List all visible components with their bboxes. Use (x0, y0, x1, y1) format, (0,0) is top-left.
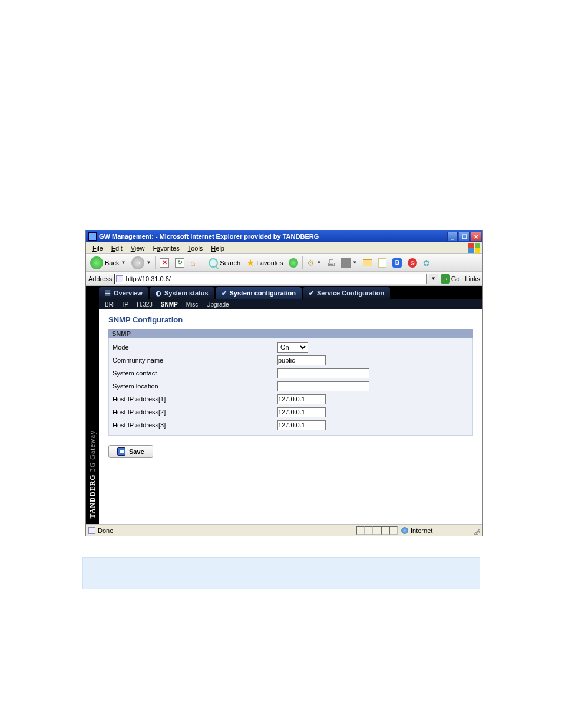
page-heading: SNMP Configuration (108, 315, 473, 324)
host2-input[interactable] (277, 407, 326, 417)
go-button[interactable]: →Go (441, 274, 460, 284)
host2-label: Host IP address[2] (113, 409, 277, 416)
print-icon: 🖶 (327, 258, 335, 268)
overview-icon: ☰ (105, 289, 111, 297)
divider (82, 137, 477, 137)
home-icon: ⌂ (190, 258, 200, 268)
globe-icon (401, 527, 408, 534)
back-button[interactable]: ←Back▼ (88, 256, 127, 269)
tab-service-configuration[interactable]: ✔Service Configuration (303, 287, 390, 299)
media-icon (289, 258, 298, 268)
refresh-icon: ↻ (175, 258, 184, 268)
community-input[interactable] (277, 355, 326, 365)
address-input[interactable] (125, 275, 425, 282)
media-button[interactable] (287, 258, 300, 268)
window-title: GW Management: - Microsoft Internet Expl… (99, 233, 319, 240)
print-button[interactable]: 🖶 (325, 258, 337, 268)
statusbar: Done Internet (86, 524, 482, 536)
status-icon: ◐ (156, 289, 161, 297)
subtab-snmp[interactable]: SNMP (161, 301, 178, 308)
menu-favorites[interactable]: Favorites (148, 245, 183, 252)
subtab-bri[interactable]: BRI (105, 301, 115, 308)
links-label[interactable]: Links (465, 275, 480, 282)
note-button[interactable] (376, 258, 388, 268)
gear-icon: ⚙ (307, 258, 315, 268)
brand-text: TANDBERG 3G Gateway (88, 430, 97, 518)
location-label: System location (113, 383, 277, 390)
stop-button[interactable]: ✕ (158, 258, 171, 268)
contact-input[interactable] (277, 368, 369, 378)
hint-panel (82, 557, 480, 589)
maximize-button[interactable]: ☐ (459, 232, 470, 241)
section-header: SNMP (108, 329, 473, 338)
sub-tabs: BRI IP H.323 SNMP Misc Upgrade (99, 299, 482, 309)
config-icon: ✔ (222, 289, 227, 297)
forward-icon: → (131, 256, 144, 269)
search-button[interactable]: Search (207, 258, 242, 268)
edit-icon (341, 258, 351, 268)
address-dropdown[interactable]: ▼ (429, 274, 438, 284)
subtab-h323[interactable]: H.323 (137, 301, 153, 308)
host3-label: Host IP address[3] (113, 421, 277, 429)
status-text: Done (98, 527, 113, 534)
main-tabs: ☰Overview ◐System status ✔System configu… (99, 286, 482, 299)
bluetooth-icon: B (392, 258, 402, 268)
subtab-misc[interactable]: Misc (186, 301, 199, 308)
intro-text: ' (206, 165, 207, 172)
menubar: File Edit View Favorites Tools Help (86, 242, 482, 254)
donotenter-icon: ⦸ (408, 258, 417, 268)
location-input[interactable] (277, 381, 369, 391)
community-label: Community name (113, 357, 277, 364)
tab-system-configuration[interactable]: ✔System configuration (216, 287, 302, 299)
menu-help[interactable]: Help (207, 245, 229, 252)
tab-overview[interactable]: ☰Overview (99, 287, 148, 299)
mode-label: Mode (113, 344, 277, 351)
mode-select[interactable]: On (277, 342, 308, 353)
service-icon: ✔ (309, 289, 314, 297)
page-icon (116, 275, 123, 282)
menu-edit[interactable]: Edit (107, 245, 127, 252)
browser-window: GW Management: - Microsoft Internet Expl… (85, 230, 483, 536)
favorites-button[interactable]: ★Favorites (244, 257, 285, 268)
resize-grip[interactable] (472, 526, 480, 535)
search-icon (209, 258, 218, 268)
star-icon: ★ (246, 257, 254, 268)
back-icon: ← (90, 256, 103, 269)
ie-icon (88, 232, 97, 241)
subtab-upgrade[interactable]: Upgrade (206, 301, 229, 308)
messenger-button[interactable]: ✿ (421, 258, 432, 268)
menu-file[interactable]: File (88, 245, 107, 252)
donotenter-button[interactable]: ⦸ (406, 258, 419, 268)
brand-sidebar: TANDBERG 3G Gateway (86, 286, 99, 524)
folder-icon (363, 259, 372, 266)
history-button[interactable]: ⚙▼ (305, 258, 323, 268)
address-input-wrap (114, 274, 426, 284)
home-button[interactable]: ⌂ (189, 258, 201, 268)
status-page-icon (88, 527, 95, 534)
menu-tools[interactable]: Tools (184, 245, 207, 252)
folder-button[interactable] (361, 259, 374, 266)
minimize-button[interactable]: _ (447, 232, 458, 241)
save-button[interactable]: Save (108, 445, 153, 458)
subtab-ip[interactable]: IP (123, 301, 128, 308)
security-zone[interactable]: Internet (401, 527, 472, 534)
status-panes (356, 526, 398, 535)
host1-input[interactable] (277, 394, 326, 404)
menu-view[interactable]: View (127, 245, 149, 252)
address-bar: Address ▼ →Go Links (86, 272, 482, 286)
edit-button[interactable]: ▼ (339, 258, 359, 268)
titlebar[interactable]: GW Management: - Microsoft Internet Expl… (86, 230, 482, 242)
bluetooth-button[interactable]: B (391, 258, 404, 268)
tab-system-status[interactable]: ◐System status (150, 287, 214, 299)
host1-label: Host IP address[1] (113, 396, 277, 403)
windows-flag-icon (468, 243, 480, 253)
forward-button[interactable]: →▼ (130, 256, 153, 269)
refresh-button[interactable]: ↻ (173, 258, 186, 268)
address-label: Address (88, 275, 112, 282)
host3-input[interactable] (277, 420, 326, 430)
go-icon: → (441, 274, 450, 284)
close-button[interactable]: ✕ (471, 232, 481, 241)
contact-label: System contact (113, 370, 277, 377)
messenger-icon: ✿ (423, 258, 430, 268)
save-icon (117, 447, 125, 456)
